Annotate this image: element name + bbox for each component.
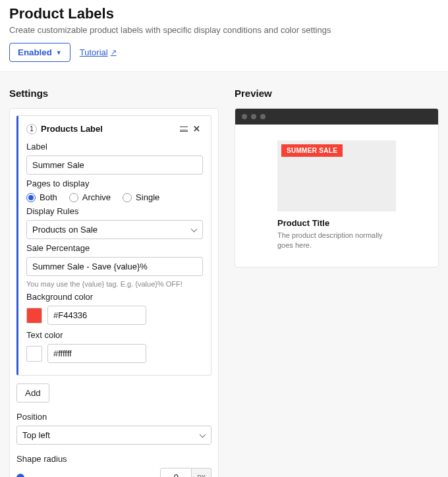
settings-panel: 1 Products Label ✕ Label Pages to displa… — [9, 108, 219, 477]
label-field-label: Label — [26, 142, 203, 152]
textcolor-label: Text color — [26, 330, 203, 340]
radio-single[interactable]: Single — [123, 192, 159, 202]
preview-product-desc: The product description normally goes he… — [277, 231, 396, 251]
label-input[interactable] — [26, 155, 203, 175]
shape-radius-unit: px — [192, 468, 211, 477]
drag-handle-icon[interactable] — [177, 123, 190, 135]
preview-window: SUMMER SALE Product Title The product de… — [235, 108, 439, 267]
settings-heading: Settings — [9, 88, 219, 99]
position-label: Position — [16, 412, 211, 422]
card-title: Products Label — [41, 124, 177, 134]
close-icon[interactable]: ✕ — [190, 123, 203, 135]
preview-label-badge: SUMMER SALE — [281, 144, 343, 157]
bgcolor-input[interactable] — [47, 306, 146, 325]
preview-product-image: SUMMER SALE — [277, 140, 396, 211]
external-link-icon: ↗ — [111, 48, 117, 57]
add-button[interactable]: Add — [16, 383, 49, 403]
textcolor-input[interactable] — [47, 344, 146, 363]
chevron-down-icon: ▼ — [56, 49, 62, 56]
textcolor-swatch[interactable] — [26, 346, 42, 362]
sale-percentage-note: You may use the {value} tag. E.g. {value… — [26, 280, 203, 288]
bgcolor-label: Background color — [26, 292, 203, 302]
pages-label: Pages to display — [26, 179, 203, 188]
radio-both[interactable]: Both — [26, 192, 57, 202]
page-title: Product Labels — [9, 5, 439, 22]
enabled-dropdown[interactable]: Enabled ▼ — [9, 43, 70, 62]
preview-heading: Preview — [235, 88, 439, 99]
sale-percentage-label: Sale Percentage — [26, 243, 203, 253]
tutorial-label: Tutorial — [80, 47, 108, 57]
shape-radius-input[interactable] — [160, 468, 192, 477]
sale-percentage-input[interactable] — [26, 257, 203, 276]
display-rules-label: Display Rules — [26, 206, 203, 216]
radio-archive[interactable]: Archive — [69, 192, 111, 202]
position-select[interactable]: Top left — [16, 426, 211, 445]
bgcolor-swatch[interactable] — [26, 308, 42, 323]
page-header: Product Labels Create customizable produ… — [0, 0, 448, 72]
shape-radius-label: Shape radius — [16, 454, 211, 464]
preview-product-title: Product Title — [277, 218, 396, 228]
enabled-label: Enabled — [18, 47, 52, 57]
preview-window-bar — [235, 109, 438, 125]
label-card: 1 Products Label ✕ Label Pages to displa… — [16, 115, 211, 376]
card-number-badge: 1 — [26, 124, 37, 134]
tutorial-link[interactable]: Tutorial ↗ — [80, 47, 117, 57]
shape-radius-slider[interactable] — [16, 473, 154, 478]
page-subtitle: Create customizable product labels with … — [9, 25, 439, 35]
display-rules-select[interactable]: Products on Sale — [26, 220, 203, 239]
